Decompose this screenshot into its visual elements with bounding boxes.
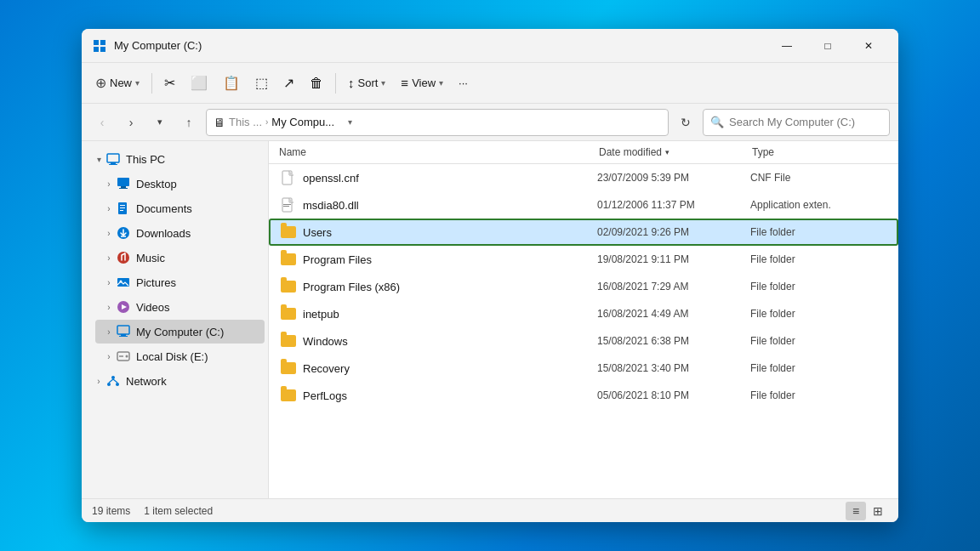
svg-rect-3 [100,47,105,52]
sidebar-item-documents[interactable]: › Documents [95,196,265,220]
column-date-label: Date modified [599,146,662,158]
file-name: Users [303,226,332,239]
file-type: File folder [750,226,886,238]
file-date: 15/08/2021 3:40 PM [597,362,750,374]
expand-icon: › [102,204,116,213]
dll-icon [281,197,296,213]
file-row[interactable]: Windows 15/08/2021 6:38 PM File folder [269,327,898,355]
file-row[interactable]: msdia80.dll 01/12/2006 11:37 PM Applicat… [269,191,898,219]
column-date[interactable]: Date modified ▾ [599,146,752,158]
grid-view-button[interactable]: ⊞ [868,502,888,520]
file-date: 19/08/2021 9:11 PM [597,253,750,265]
path-dropdown-icon[interactable]: ▾ [339,111,360,134]
file-type: File folder [750,253,886,265]
file-row[interactable]: openssl.cnf 23/07/2009 5:39 PM CNF File [269,164,898,191]
column-type-label: Type [752,146,774,158]
svg-rect-2 [94,47,99,52]
sidebar-item-downloads[interactable]: › Downloads [95,221,265,245]
list-view-button[interactable]: ≡ [846,502,866,520]
cut-button[interactable]: ✂ [157,68,182,99]
sidebar-item-desktop[interactable]: › Desktop [95,172,265,196]
file-row[interactable]: Users 02/09/2021 9:26 PM File folder [269,219,898,246]
status-info: 19 items 1 item selected [92,505,213,517]
column-name[interactable]: Name [279,146,599,158]
expand-icon: › [92,377,105,386]
list-view-icon: ≡ [852,504,859,518]
svg-point-29 [116,383,119,386]
sidebar-item-my-computer[interactable]: › My Computer (C:) [95,320,265,344]
selected-count: 1 item selected [144,505,213,517]
dropdown-button[interactable]: ▾ [148,111,172,134]
svg-rect-4 [107,154,119,162]
svg-point-25 [126,355,128,358]
svg-rect-5 [111,162,116,164]
sidebar-item-pictures[interactable]: › Pictures [95,270,265,294]
file-type: File folder [750,281,886,293]
expand-icon: › [102,352,116,361]
file-row[interactable]: PerfLogs 05/06/2021 8:10 PM File folder [269,382,898,409]
sidebar-item-local-disk[interactable]: › Local Disk (E:) [95,344,265,368]
status-bar: 19 items 1 item selected ≡ ⊞ [82,498,898,522]
toolbar: ⊕ New ▾ ✂ ⬜ 📋 ⬚ ↗ 🗑 ↕ Sort ▾ ≡ [82,63,898,104]
file-date: 16/08/2021 7:29 AM [597,281,750,293]
file-name: Recovery [303,362,350,375]
file-row[interactable]: Program Files (x86) 16/08/2021 7:29 AM F… [269,273,898,300]
svg-rect-6 [109,164,117,165]
file-date: 23/07/2009 5:39 PM [597,172,750,184]
sidebar-item-videos[interactable]: › Videos [95,295,265,319]
network-icon [105,373,121,389]
close-button[interactable]: ✕ [849,32,888,60]
share-button[interactable]: ↗ [276,68,301,99]
sidebar-network-label: Network [126,375,167,388]
disk-icon [116,349,131,364]
file-row[interactable]: Recovery 15/08/2021 3:40 PM File folder [269,355,898,382]
paste-button[interactable]: 📋 [216,68,247,99]
folder-icon [281,388,296,403]
file-row[interactable]: inetpub 16/08/2021 4:49 AM File folder [269,300,898,327]
back-button[interactable]: ‹ [90,111,114,134]
sort-button[interactable]: ↕ Sort ▾ [341,68,392,99]
folder-icon [281,306,296,321]
file-name: inetpub [303,308,339,321]
file-name: msdia80.dll [303,199,359,212]
file-name-cell: Users [281,224,597,240]
cut-icon: ✂ [164,75,175,91]
up-button[interactable]: ↑ [177,111,201,134]
maximize-button[interactable]: □ [808,32,847,60]
more-button[interactable]: ··· [452,68,475,99]
search-input[interactable] [729,116,882,128]
file-list-header: Name Date modified ▾ Type [269,141,898,164]
svg-rect-1 [100,40,105,45]
sidebar-item-this-pc[interactable]: ▾ This PC [85,147,265,171]
file-name-cell: Program Files (x86) [281,279,597,294]
file-icon [281,170,296,185]
copy-button[interactable]: ⬜ [184,68,214,99]
rename-button[interactable]: ⬚ [248,68,275,99]
new-button[interactable]: ⊕ New ▾ [88,68,146,99]
column-type[interactable]: Type [752,146,888,158]
delete-button[interactable]: 🗑 [303,68,330,99]
sidebar-item-network[interactable]: › Network [85,369,265,393]
address-bar: ‹ › ▾ ↑ 🖥 This ... › My Compu... ▾ ↻ 🔍 [82,104,898,141]
search-box[interactable]: 🔍 [703,109,890,136]
refresh-button[interactable]: ↻ [674,111,698,134]
address-path[interactable]: 🖥 This ... › My Compu... ▾ [206,109,669,136]
title-bar: My Computer (C:) — □ ✕ [82,29,898,63]
file-list: Name Date modified ▾ Type openssl.cnf [269,141,898,498]
file-type: File folder [750,335,886,347]
svg-rect-8 [121,186,126,188]
file-date: 15/08/2021 6:38 PM [597,335,750,347]
forward-button[interactable]: › [119,111,143,134]
paste-icon: 📋 [223,75,240,91]
sidebar: ▾ This PC › Desktop › Documen [82,141,269,498]
videos-icon [116,299,131,315]
svg-rect-11 [120,205,125,206]
view-button[interactable]: ≡ View ▾ [394,68,450,99]
svg-point-16 [117,252,129,264]
sidebar-item-music[interactable]: › Music [95,246,265,270]
sidebar-this-pc-label: This PC [126,153,165,166]
divider-1 [151,73,152,94]
minimize-button[interactable]: — [767,32,806,60]
sidebar-documents-label: Documents [136,202,192,215]
file-row[interactable]: Program Files 19/08/2021 9:11 PM File fo… [269,246,898,273]
